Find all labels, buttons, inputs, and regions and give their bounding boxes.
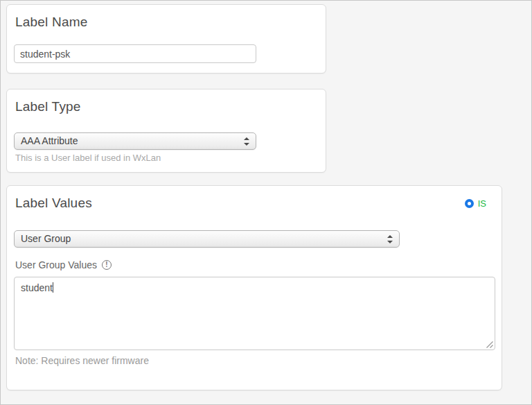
user-group-values-label: User Group Values — [15, 259, 97, 270]
label-type-select[interactable]: AAA Attribute — [14, 132, 256, 150]
label-values-type-select[interactable]: User Group — [14, 230, 400, 248]
firmware-note: Note: Requires newer firmware — [15, 355, 149, 366]
text-cursor — [53, 282, 53, 293]
user-group-values-textarea[interactable]: student — [14, 277, 495, 350]
operator-is-radio[interactable] — [465, 199, 474, 208]
operator-is-label[interactable]: IS — [478, 198, 486, 209]
user-group-values-text: student — [21, 282, 53, 293]
select-arrows-icon — [387, 235, 393, 243]
operator-radio-group: IS — [465, 198, 486, 209]
label-name-card: Label Name — [6, 4, 326, 74]
info-icon[interactable]: ! — [102, 260, 112, 270]
select-arrows-icon — [244, 137, 249, 146]
resize-handle-icon[interactable] — [486, 341, 493, 348]
label-name-title: Label Name — [15, 15, 87, 30]
label-editor-panel: Label Name Label Type AAA Attribute This… — [0, 0, 532, 405]
label-values-selected-value: User Group — [21, 233, 71, 244]
label-type-helper-text: This is a User label if used in WxLan — [15, 153, 161, 163]
label-name-input[interactable] — [14, 44, 256, 63]
label-type-card: Label Type AAA Attribute This is a User … — [6, 89, 326, 173]
user-group-values-label-row: User Group Values ! — [15, 259, 112, 270]
radio-dot-icon — [468, 202, 471, 205]
label-type-selected-value: AAA Attribute — [21, 135, 78, 146]
label-type-title: Label Type — [15, 99, 81, 114]
label-values-title: Label Values — [15, 196, 92, 211]
label-values-card: Label Values IS User Group User Group Va… — [6, 185, 502, 390]
